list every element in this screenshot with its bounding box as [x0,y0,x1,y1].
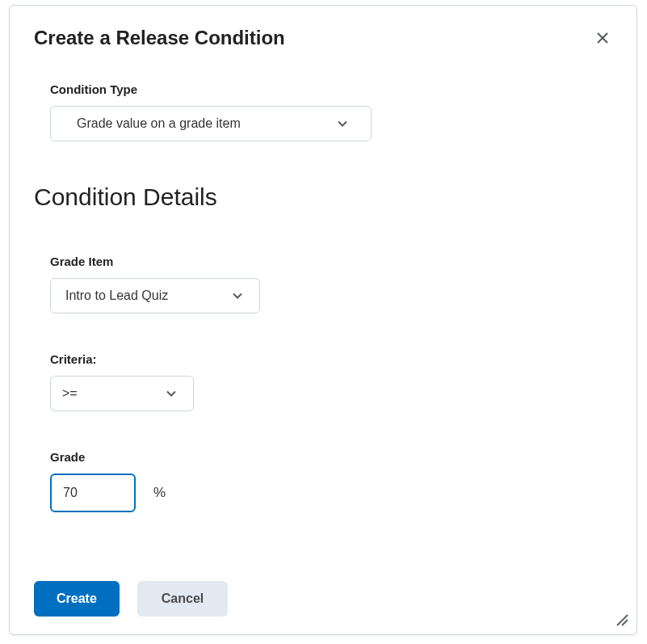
grade-item-label: Grade Item [50,255,612,268]
criteria-field: Criteria: >= [50,352,612,411]
cancel-button[interactable]: Cancel [137,581,228,617]
condition-details-section: Grade Item Intro to Lead Quiz Criteria: … [34,255,612,545]
criteria-select[interactable]: >= [50,376,194,411]
grade-percent-suffix: % [153,485,166,501]
grade-label: Grade [50,450,612,464]
condition-type-select[interactable]: Grade value on a grade item [50,106,372,141]
grade-input[interactable] [50,474,136,512]
close-button[interactable] [593,28,612,48]
chevron-down-icon [166,388,177,399]
condition-type-value: Grade value on a grade item [77,116,241,131]
svg-line-2 [617,615,628,625]
create-button[interactable]: Create [34,581,120,617]
dialog-footer: Create Cancel [34,581,612,617]
grade-item-value: Intro to Lead Quiz [65,288,168,303]
resize-handle[interactable] [614,612,628,626]
close-icon [596,32,609,44]
criteria-label: Criteria: [50,352,612,366]
grade-field: Grade % [50,450,612,512]
create-release-condition-dialog: Create a Release Condition Condition Typ… [9,5,637,635]
condition-type-section: Condition Type Grade value on a grade it… [34,66,612,141]
chevron-down-icon [337,118,348,129]
dialog-scroll-area[interactable]: Condition Type Grade value on a grade it… [34,66,612,545]
dialog-header: Create a Release Condition [10,6,636,49]
grade-item-select[interactable]: Intro to Lead Quiz [50,278,260,314]
condition-type-label: Condition Type [50,82,612,96]
grade-item-field: Grade Item Intro to Lead Quiz [50,255,612,314]
resize-grip-icon [614,612,628,626]
chevron-down-icon [232,290,243,301]
criteria-value: >= [62,386,78,401]
condition-details-heading: Condition Details [34,183,612,211]
dialog-title: Create a Release Condition [34,27,285,49]
